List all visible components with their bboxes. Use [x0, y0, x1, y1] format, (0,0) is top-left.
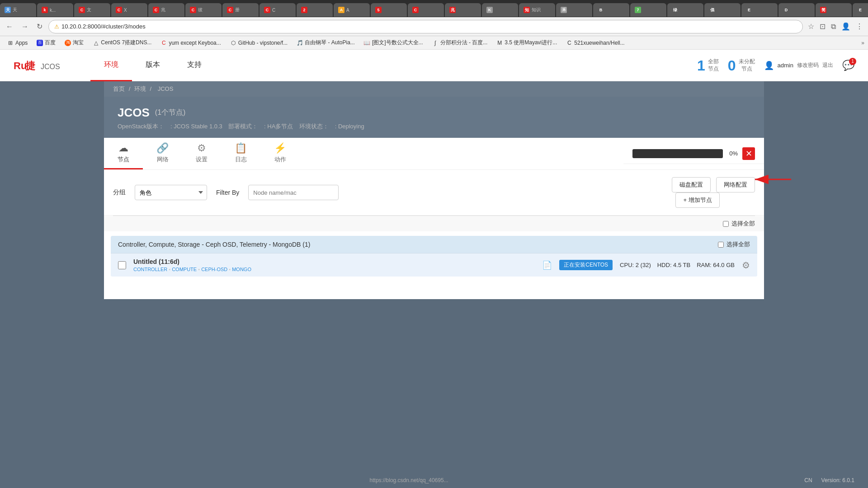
table-row: Untitled (11:6d) CONTROLLER • COMPUTE • … — [111, 253, 757, 277]
message-badge: 1 — [849, 58, 856, 65]
node-row-checkbox[interactable] — [118, 261, 126, 269]
browser-tab[interactable]: C — [408, 3, 444, 17]
browser-tab[interactable]: 绿 — [667, 3, 703, 17]
browser-tab[interactable]: C X — [111, 3, 147, 17]
browser-tab[interactable]: E — [853, 3, 868, 17]
disk-config-button[interactable]: 磁盘配置 — [672, 177, 711, 192]
tab-settings[interactable]: ⚙ 设置 — [182, 138, 221, 169]
node-document-icon[interactable]: 📄 — [542, 260, 552, 270]
nav-support[interactable]: 支持 — [174, 50, 215, 81]
browser-tab[interactable]: 7 — [630, 3, 666, 17]
progress-close-button[interactable]: ✕ — [742, 147, 755, 160]
browser-tab[interactable]: 知 知识 — [519, 3, 555, 17]
browser-tab[interactable]: C 文 — [74, 3, 110, 17]
more-bookmarks-btn[interactable]: » — [861, 40, 864, 46]
progress-bar — [632, 149, 723, 158]
bookmark-github[interactable]: ⬡ GitHub - vipstone/f... — [226, 39, 291, 47]
nodes-tab-icon: ☁ — [118, 142, 128, 154]
tab-favicon: D — [783, 7, 789, 13]
node-group-select-all[interactable]: 选择全部 — [718, 240, 750, 249]
browser-tab[interactable]: C 兆 — [148, 3, 184, 17]
tab-favicon: 知 — [524, 7, 530, 13]
browser-tab[interactable]: A A — [334, 3, 370, 17]
bookmark-yum[interactable]: C yum except Keyboa... — [157, 39, 224, 47]
browser-tab[interactable]: 2 — [297, 3, 333, 17]
forward-button[interactable]: → — [19, 22, 31, 32]
browser-tab[interactable]: K — [482, 3, 518, 17]
baidu-icon: 百 — [37, 40, 43, 46]
bookmark-star-icon[interactable]: ☆ — [807, 21, 816, 32]
tab-favicon: A — [338, 7, 344, 13]
bookmark-formula[interactable]: 📖 [图文]号数公式大全... — [360, 38, 427, 47]
footer-right: CN Version: 6.0.1 — [804, 477, 854, 483]
node-settings-icon[interactable]: ⚙ — [742, 260, 750, 271]
total-nodes-stat: 1 全部 节点 — [697, 58, 719, 73]
tab-actions[interactable]: ⚡ 动作 — [260, 138, 300, 169]
browser-tab[interactable]: 禾 — [556, 3, 592, 17]
svg-text:JCOS: JCOS — [41, 63, 60, 70]
logout-link[interactable]: 退出 — [822, 61, 833, 69]
tab-favicon: C — [412, 7, 419, 13]
browser-tab[interactable]: C 册 — [222, 3, 259, 17]
browser-tab[interactable]: k k... — [37, 3, 73, 17]
language-switch[interactable]: CN — [804, 477, 812, 483]
browser-tab[interactable]: E — [741, 3, 778, 17]
browser-tab[interactable]: C C — [259, 3, 296, 17]
tab-favicon: C — [264, 7, 270, 13]
centos-icon: △ — [93, 40, 99, 46]
bookmark-mayavi[interactable]: M 3.5 使用Mayavi进行... — [493, 38, 561, 47]
browser-tab[interactable]: D — [778, 3, 815, 17]
bookmark-521[interactable]: C 521xueweihan/Hell... — [562, 39, 628, 47]
bookmark-piano[interactable]: 🎵 自由钢琴 - AutoPia... — [293, 38, 359, 47]
select-all-checkbox[interactable] — [723, 221, 729, 227]
browser-tab[interactable]: 天 天 — [0, 3, 36, 17]
piano-icon: 🎵 — [297, 40, 303, 46]
browser-tab[interactable]: B — [593, 3, 629, 17]
back-button[interactable]: ← — [4, 22, 15, 32]
select-all-label[interactable]: 选择全部 — [723, 220, 755, 228]
tab-favicon: 2 — [301, 7, 307, 13]
bookmark-integral[interactable]: ∫ 分部积分法 - 百度... — [429, 38, 491, 47]
panel-subtitle: OpenStack版本： : JCOS Stable 1.0.3 部署模式： :… — [118, 122, 750, 131]
network-config-button[interactable]: 网络配置 — [716, 177, 755, 192]
browser-tab[interactable]: 5 — [371, 3, 407, 17]
breadcrumb-home[interactable]: 首页 — [113, 85, 125, 92]
bookmark-apps[interactable]: ⊞ Apps — [4, 39, 31, 47]
filter-input[interactable] — [248, 185, 339, 200]
add-node-button[interactable]: + 增加节点 — [675, 192, 719, 208]
breadcrumb-env[interactable]: 环境 — [134, 85, 146, 92]
browser-tab[interactable]: C 彼 — [185, 3, 222, 17]
modify-password-link[interactable]: 修改密码 — [797, 61, 819, 69]
browser-tab[interactable]: 简 — [816, 3, 852, 17]
user-icon[interactable]: 👤 — [840, 21, 852, 32]
bookmark-taobao[interactable]: 淘 淘宝 — [61, 38, 87, 47]
refresh-button[interactable]: ↻ — [34, 21, 45, 32]
ruijie-logo: Ru 捷 JCOS — [14, 56, 63, 75]
total-nodes-label: 全部 节点 — [708, 58, 719, 72]
browser-tab[interactable]: 兆 — [445, 3, 481, 17]
address-bar[interactable]: ⚠ 10.20.0.2:8000/#cluster/3/nodes — [48, 20, 803, 33]
total-nodes-number: 1 — [697, 58, 705, 73]
progress-percentage: 0% — [729, 150, 738, 157]
bookmark-baidu[interactable]: 百 百度 — [33, 38, 59, 47]
cast-icon[interactable]: ⊡ — [818, 21, 827, 32]
browser-tab[interactable]: 倡 — [704, 3, 741, 17]
env-value: : Deploying — [335, 123, 364, 130]
menu-icon[interactable]: ⋮ — [854, 21, 864, 32]
unassigned-nodes-number: 0 — [728, 58, 736, 73]
bookmark-centos[interactable]: △ CentOS 7搭建DNS... — [89, 38, 155, 47]
tab-favicon: C — [116, 7, 122, 13]
tab-logs[interactable]: 📋 日志 — [221, 138, 260, 169]
extensions-icon[interactable]: ⧉ — [830, 21, 837, 32]
message-button[interactable]: 💬 1 — [842, 60, 854, 71]
tab-network[interactable]: 🔗 网络 — [143, 138, 182, 169]
actions-tab-label: 动作 — [274, 155, 286, 164]
unassigned-nodes-stat: 0 未分配 节点 — [728, 58, 755, 73]
nav-version[interactable]: 版本 — [132, 50, 174, 81]
tab-nodes[interactable]: ☁ 节点 — [104, 138, 143, 169]
tab-favicon: C — [153, 7, 159, 13]
nav-environment[interactable]: 环境 — [90, 50, 132, 81]
group-select[interactable]: 角色 — [135, 185, 207, 200]
node-group-checkbox[interactable] — [718, 242, 724, 248]
breadcrumb: 首页 / 环境 / JCOS — [104, 81, 764, 97]
